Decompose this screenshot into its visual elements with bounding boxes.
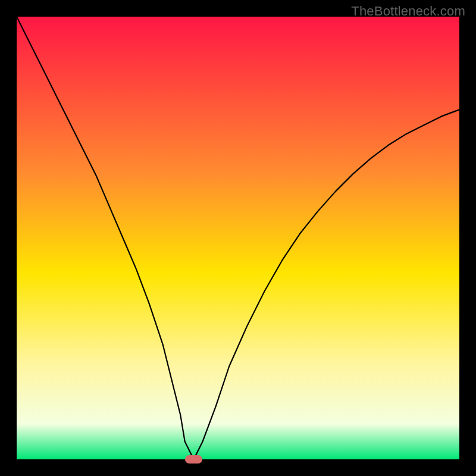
gradient-background bbox=[17, 17, 459, 459]
plot-area bbox=[17, 17, 459, 459]
chart-frame: TheBottleneck.com bbox=[0, 0, 476, 476]
plot-svg bbox=[17, 17, 459, 459]
optimal-marker bbox=[185, 455, 203, 464]
